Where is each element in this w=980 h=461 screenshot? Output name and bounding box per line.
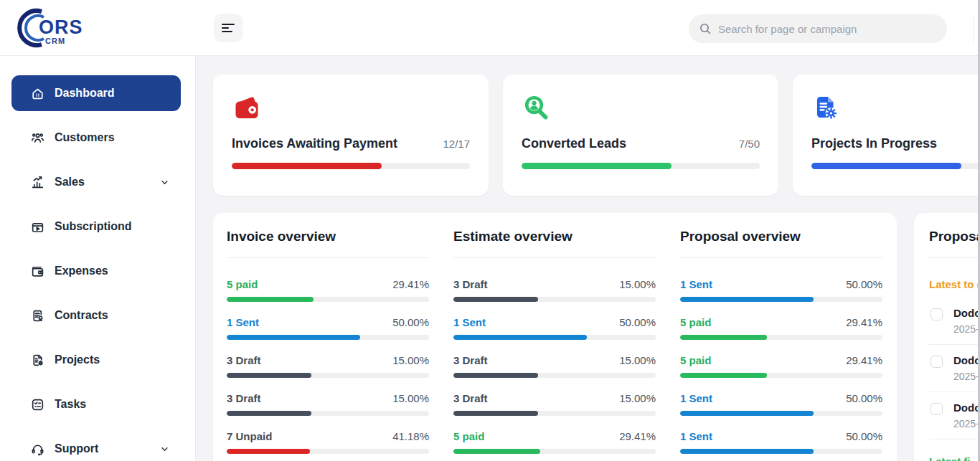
status-percent: 15.00% <box>392 354 429 366</box>
status-link[interactable]: 5 paid <box>227 278 258 290</box>
status-link[interactable]: 3 Draft <box>453 392 488 404</box>
todo-list: Dodo2025-Dodo2025-Dodo2025- <box>929 298 978 439</box>
sidebar-item-customers[interactable]: Customers <box>11 120 181 156</box>
stat-card-ratio: 7/50 <box>739 138 760 150</box>
stat-card-converted-leads[interactable]: Converted Leads7/50 <box>503 75 778 196</box>
sidebar-item-expenses[interactable]: Expenses <box>11 253 181 289</box>
sidebar-item-label: Projects <box>55 353 100 366</box>
sidebar-item-label: Customers <box>55 131 115 144</box>
sidebar-item-tasks[interactable]: Tasks <box>11 386 181 422</box>
status-link[interactable]: 5 paid <box>680 354 711 366</box>
progress-fill <box>227 297 314 302</box>
progress-track <box>227 373 429 378</box>
overview-row: 3 Draft15.00% <box>453 278 656 302</box>
overview-column-proposal-overview: Proposal overview1 Sent50.00%5 paid29.41… <box>680 229 882 461</box>
chevron-down-icon <box>159 176 171 189</box>
progress-fill <box>680 411 814 416</box>
overview-row: 1 Sent50.00% <box>680 392 882 416</box>
status-link[interactable]: 1 Sent <box>680 392 712 404</box>
status-link[interactable]: 1 Sent <box>227 316 259 328</box>
sidebar-item-label: Tasks <box>55 398 86 411</box>
sales-icon <box>30 175 45 190</box>
todo-checkbox[interactable] <box>930 308 943 320</box>
status-link[interactable]: 3 Draft <box>453 354 488 366</box>
sidebar-item-label: Contracts <box>55 309 108 322</box>
overview-row: 5 paid29.41% <box>227 278 429 302</box>
search-icon <box>699 22 712 35</box>
todo-checkbox[interactable] <box>930 403 943 415</box>
progress-track <box>680 373 882 378</box>
sidebar: DashboardCustomersSalesSubscriptiondExpe… <box>0 56 196 461</box>
stat-card-title: Converted Leads <box>522 136 626 151</box>
stat-card-projects-in-progress[interactable]: Projects In Progress <box>793 75 978 196</box>
status-link[interactable]: 7 Unpaid <box>227 430 272 442</box>
overview-row: 5 paid29.41% <box>680 354 882 378</box>
todo-item: Dodo2025- <box>929 392 978 439</box>
status-percent: 15.00% <box>619 392 656 404</box>
customers-icon <box>30 130 45 146</box>
panel-divider <box>929 257 978 258</box>
sidebar-item-projects[interactable]: Projects <box>11 342 181 378</box>
progress-fill <box>453 297 538 302</box>
search-bar[interactable] <box>689 14 947 43</box>
header-divider <box>973 14 974 43</box>
sidebar-item-subscriptiond[interactable]: Subscriptiond <box>11 209 181 244</box>
status-percent: 50.00% <box>619 316 656 328</box>
progress-track <box>453 373 656 378</box>
progress-fill <box>232 163 382 169</box>
progress-track <box>227 297 429 302</box>
logo-text-main: ORS <box>39 16 83 38</box>
subscription-icon <box>30 219 45 234</box>
expenses-icon <box>30 264 45 279</box>
todo-date: 2025- <box>953 371 978 382</box>
projects-icon <box>30 353 45 368</box>
sidebar-item-dashboard[interactable]: Dashboard <box>11 75 181 111</box>
stat-card-invoices-awaiting-payment[interactable]: Invoices Awaiting Payment12/17 <box>213 75 489 196</box>
status-link[interactable]: 3 Draft <box>227 354 261 366</box>
progress-track <box>680 411 882 416</box>
overview-row: 1 Sent50.00% <box>680 430 882 454</box>
status-percent: 15.00% <box>392 392 429 404</box>
todo-name: Dodo <box>953 401 978 414</box>
lead-search-icon <box>522 93 760 126</box>
sidebar-item-contracts[interactable]: Contracts <box>11 298 181 333</box>
overview-row: 3 Draft15.00% <box>453 354 656 378</box>
project-doc-icon <box>811 93 978 126</box>
menu-toggle-button[interactable] <box>214 14 242 42</box>
status-link[interactable]: 1 Sent <box>680 430 712 442</box>
todo-item: Dodo2025- <box>929 298 978 345</box>
progress-fill <box>680 335 767 340</box>
overview-row: 1 Sent50.00% <box>680 278 882 302</box>
status-link[interactable]: 1 Sent <box>453 316 486 328</box>
overview-row: 1 Sent50.00% <box>227 316 429 340</box>
progress-fill <box>227 335 360 340</box>
progress-fill <box>680 297 814 302</box>
status-link[interactable]: 3 Draft <box>227 392 261 404</box>
overview-column-title: Proposal overview <box>680 229 882 244</box>
search-input[interactable] <box>718 23 937 35</box>
progress-fill <box>227 449 310 454</box>
progress-track <box>453 297 656 302</box>
sidebar-item-support[interactable]: Support <box>11 431 181 461</box>
logo-text-sub: CRM <box>45 37 65 45</box>
logo[interactable]: ORS CRM <box>13 6 121 49</box>
sidebar-item-sales[interactable]: Sales <box>11 164 181 200</box>
progress-fill <box>453 449 540 454</box>
progress-track <box>227 335 429 340</box>
dashboard-icon <box>30 86 45 101</box>
status-percent: 41.18% <box>392 430 429 442</box>
status-link[interactable]: 3 Draft <box>453 278 488 290</box>
todo-name: Dodo <box>953 307 978 319</box>
todo-date: 2025- <box>953 418 978 429</box>
todo-checkbox[interactable] <box>930 356 943 368</box>
status-percent: 50.00% <box>846 278 882 290</box>
overview-row: 7 Unpaid41.18% <box>227 430 429 454</box>
status-link[interactable]: 5 paid <box>680 316 711 328</box>
status-link[interactable]: 1 Sent <box>680 278 712 290</box>
progress-fill <box>227 373 311 378</box>
status-percent: 50.00% <box>846 430 882 442</box>
status-percent: 29.41% <box>846 316 882 328</box>
progress-track <box>522 163 760 169</box>
stat-cards-row: Invoices Awaiting Payment12/17Converted … <box>213 75 978 196</box>
status-link[interactable]: 5 paid <box>453 430 484 442</box>
